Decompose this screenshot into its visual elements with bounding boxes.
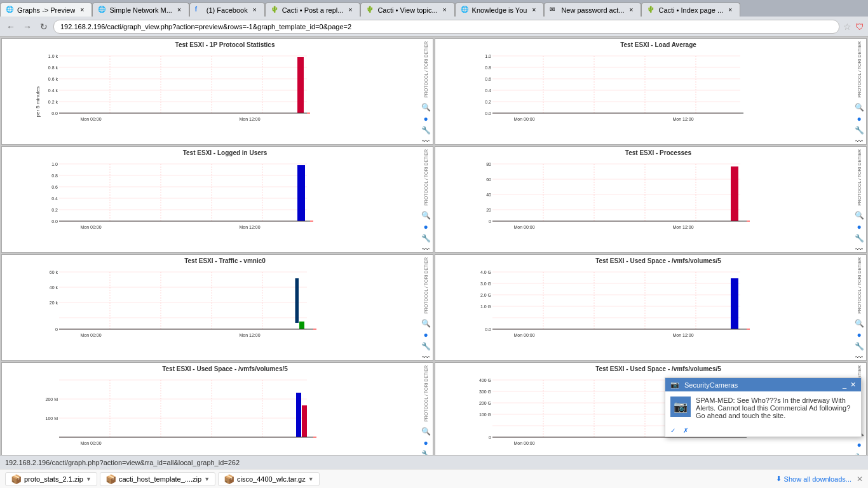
- trend-icon-5[interactable]: 〰: [421, 353, 431, 362]
- zoom-icon-4[interactable]: 🔍: [854, 211, 864, 220]
- graph-title-6: Test ESXI - Used Space - /vmfs/volumes/5: [467, 257, 850, 266]
- tab-close-4[interactable]: ×: [346, 6, 355, 15]
- tab-bar: 🌐 Graphs -> Preview × 🌐 Simple Network M…: [0, 0, 868, 17]
- svg-text:40: 40: [486, 193, 491, 197]
- edit-icon-8[interactable]: 🔧: [854, 452, 864, 455]
- graph-area-4: Test ESXI - Processes 80: [435, 147, 852, 252]
- tab-knowledge[interactable]: 🌐 Knowledge is You ×: [455, 3, 545, 17]
- tab-close-5[interactable]: ×: [440, 6, 449, 15]
- download-label-1: proto_stats_2.1.zip: [24, 475, 83, 483]
- graph-cell-3: Test ESXI - Logged in Users: [1, 146, 433, 253]
- edit-icon-2[interactable]: 🔧: [854, 126, 864, 135]
- svg-text:Mon 12:00: Mon 12:00: [239, 333, 260, 337]
- svg-text:60 k: 60 k: [50, 270, 58, 274]
- svg-text:0.6 k: 0.6 k: [48, 77, 58, 81]
- tab-close-3[interactable]: ×: [250, 6, 259, 15]
- notification-action-check[interactable]: ✓: [670, 427, 675, 434]
- trend-icon-3[interactable]: 〰: [421, 245, 431, 254]
- edit-icon-6[interactable]: 🔧: [854, 342, 864, 351]
- graph-cell-6: Test ESXI - Used Space - /vmfs/volumes/5: [435, 254, 867, 361]
- trend-icon-6[interactable]: 〰: [854, 353, 864, 362]
- downloads-close-icon[interactable]: ✕: [857, 475, 863, 484]
- graph-title-2: Test ESXI - Load Average: [467, 41, 850, 50]
- tab-close-2[interactable]: ×: [175, 6, 184, 15]
- bookmark-icon[interactable]: ☆: [843, 22, 851, 32]
- tab-close-6[interactable]: ×: [529, 6, 538, 15]
- download-item-3[interactable]: 📦 cisco_4400_wlc.tar.gz ▼: [218, 472, 320, 486]
- edit-icon-7[interactable]: 🔧: [421, 450, 431, 455]
- edit-icon-3[interactable]: 🔧: [421, 234, 431, 243]
- security-icon[interactable]: 🛡: [855, 22, 864, 32]
- info-icon-2[interactable]: ●: [854, 114, 864, 123]
- back-button[interactable]: ←: [4, 20, 18, 34]
- graph-area-5: Test ESXI - Traffic - vmnic0: [2, 255, 419, 360]
- svg-text:Mon 00:00: Mon 00:00: [513, 333, 534, 337]
- svg-text:Mon 12:00: Mon 12:00: [672, 117, 693, 121]
- tab-close-7[interactable]: ×: [627, 6, 635, 15]
- tab-snm[interactable]: 🌐 Simple Network M... ×: [92, 3, 189, 17]
- tab-cacti-post[interactable]: 🌵 Cacti • Post a repl... ×: [265, 3, 361, 17]
- show-downloads-label: Show all downloads...: [784, 475, 851, 483]
- info-icon-1[interactable]: ●: [421, 114, 431, 123]
- download-item-1[interactable]: 📦 proto_stats_2.1.zip ▼: [5, 472, 97, 486]
- zoom-icon-5[interactable]: 🔍: [421, 319, 431, 328]
- notification-close-icon[interactable]: ✕: [850, 381, 856, 389]
- tab-close-8[interactable]: ×: [726, 6, 735, 15]
- graph-title-8: Test ESXI - Used Space - /vmfs/volumes/5: [467, 365, 850, 374]
- svg-text:0: 0: [55, 327, 58, 332]
- zoom-icon-2[interactable]: 🔍: [854, 103, 864, 112]
- tab-close-1[interactable]: ×: [78, 6, 86, 15]
- tab-cacti-index[interactable]: 🌵 Cacti • Index page ... ×: [641, 3, 740, 17]
- svg-text:Mon 00:00: Mon 00:00: [80, 333, 101, 337]
- info-icon-4[interactable]: ●: [854, 222, 864, 231]
- svg-rect-93: [295, 278, 299, 323]
- graph-cell-7: Test ESXI - Used Space - /vmfs/volumes/5…: [1, 362, 433, 455]
- notification-action-x[interactable]: ✗: [683, 427, 688, 434]
- edit-icon-4[interactable]: 🔧: [854, 234, 864, 243]
- zoom-icon-6[interactable]: 🔍: [854, 319, 864, 328]
- info-icon-3[interactable]: ●: [421, 222, 431, 231]
- tab-favicon-1: 🌐: [6, 6, 15, 15]
- svg-rect-95: [299, 322, 304, 329]
- tab-cacti-view[interactable]: 🌵 Cacti • View topic... ×: [360, 3, 454, 17]
- svg-rect-131: [302, 405, 307, 437]
- svg-text:40 k: 40 k: [50, 285, 58, 290]
- svg-text:0.6: 0.6: [51, 185, 58, 189]
- reload-button[interactable]: ↻: [37, 20, 51, 34]
- download-chevron-3[interactable]: ▼: [308, 476, 314, 482]
- download-label-3: cisco_4400_wlc.tar.gz: [237, 475, 306, 483]
- info-icon-8[interactable]: ●: [854, 440, 864, 450]
- svg-text:20 k: 20 k: [50, 301, 58, 305]
- forward-button[interactable]: →: [20, 20, 34, 34]
- zoom-icon-1[interactable]: 🔍: [421, 103, 431, 112]
- info-icon-5[interactable]: ●: [421, 330, 431, 339]
- svg-text:1.0 k: 1.0 k: [48, 54, 58, 58]
- edit-icon-1[interactable]: 🔧: [421, 126, 431, 135]
- notification-minimize[interactable]: _: [843, 381, 846, 389]
- show-all-downloads[interactable]: ⬇ Show all downloads...: [776, 475, 851, 483]
- svg-rect-56: [297, 165, 305, 221]
- trend-icon-1[interactable]: 〰: [421, 137, 431, 146]
- download-item-2[interactable]: 📦 cacti_host_template_....zip ▼: [100, 472, 215, 486]
- info-icon-7[interactable]: ●: [421, 438, 431, 447]
- trend-icon-2[interactable]: 〰: [854, 137, 864, 146]
- trend-icon-4[interactable]: 〰: [854, 245, 864, 254]
- download-chevron-2[interactable]: ▼: [204, 476, 210, 482]
- edit-icon-5[interactable]: 🔧: [421, 342, 431, 351]
- notification-app-icon: 📷: [670, 396, 691, 417]
- svg-text:0.0: 0.0: [485, 327, 491, 332]
- svg-text:0: 0: [489, 219, 491, 224]
- download-chevron-1[interactable]: ▼: [86, 476, 92, 482]
- tab-facebook[interactable]: f (1) Facebook ×: [189, 3, 265, 17]
- zoom-icon-7[interactable]: 🔍: [421, 427, 431, 436]
- tab-graphs-preview[interactable]: 🌐 Graphs -> Preview ×: [0, 3, 92, 17]
- svg-text:0.8 k: 0.8 k: [48, 65, 58, 70]
- side-icons-6: PROTOCOL / TORI DETIER 🔍 ● 🔧 〰 🔴: [852, 255, 866, 360]
- notification-actions: ✓ ✗: [665, 424, 861, 437]
- url-input[interactable]: [53, 20, 839, 34]
- svg-text:400 G: 400 G: [479, 378, 491, 383]
- tab-password[interactable]: ✉ New password act... ×: [544, 3, 641, 17]
- svg-text:1.0: 1.0: [51, 162, 58, 166]
- info-icon-6[interactable]: ●: [854, 330, 864, 339]
- zoom-icon-3[interactable]: 🔍: [421, 211, 431, 220]
